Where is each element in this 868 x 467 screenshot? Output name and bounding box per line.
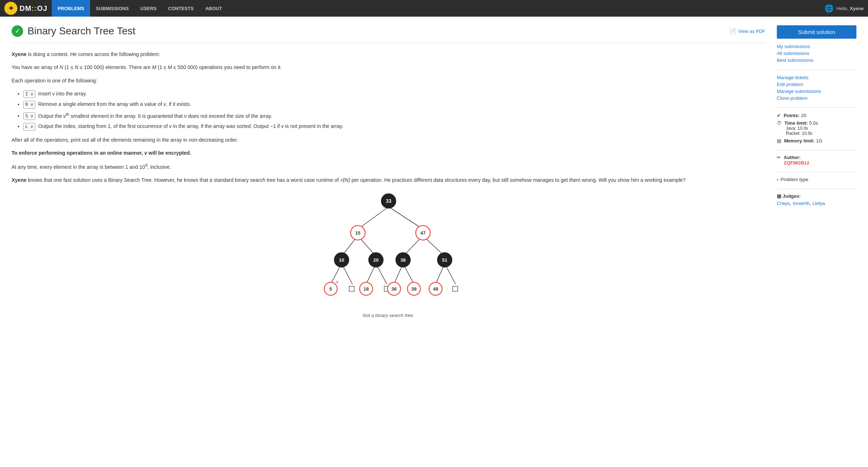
logo-star-icon: ✦ bbox=[4, 2, 17, 15]
sidebar-submission-links: My submissions All submissions Best subm… bbox=[777, 44, 856, 70]
memory-value: 1G bbox=[816, 138, 822, 143]
encrypt-note: To enforce performing operations in an o… bbox=[12, 149, 765, 157]
svg-line-1 bbox=[389, 207, 423, 229]
navbar: ✦ DM::OJ PROBLEMS SUBMISSIONS USERS CONT… bbox=[0, 0, 868, 17]
sidebar-meta-section: ✔ Points: 20 ⏱ Time limit: 5.0s Java: 10… bbox=[777, 113, 856, 150]
smallest-key: S v bbox=[23, 112, 35, 120]
op-index: L v Output the index, starting from 1, o… bbox=[23, 122, 765, 130]
time-label: Time limit: bbox=[784, 120, 808, 126]
problem-type-toggle[interactable]: › Problem type bbox=[777, 177, 856, 182]
memory-label: Memory limit: bbox=[784, 138, 815, 143]
solved-icon: ✓ bbox=[12, 25, 23, 37]
svg-text:39: 39 bbox=[411, 286, 416, 292]
judges-label: Judges: bbox=[783, 193, 801, 199]
problem-text: Xyene is doing a contest. He comes acros… bbox=[12, 50, 765, 184]
my-submissions-link[interactable]: My submissions bbox=[777, 44, 856, 49]
sidebar: Submit solution My submissions All submi… bbox=[777, 25, 856, 324]
intro-text: is doing a contest. He comes across the … bbox=[28, 51, 160, 57]
judges-links: Crwys, Iorwerth, Lletya bbox=[777, 200, 856, 206]
after-ops: After all of the operations, print out a… bbox=[12, 136, 765, 144]
svg-rect-31 bbox=[349, 286, 354, 291]
globe-icon: 🌐 bbox=[825, 4, 834, 13]
svg-text:36: 36 bbox=[391, 286, 396, 292]
range-note: At any time, every element in the array … bbox=[12, 162, 765, 171]
index-key: L v bbox=[23, 123, 35, 130]
nav-about[interactable]: ABOUT bbox=[199, 0, 228, 17]
clone-problem-link[interactable]: Clone problem bbox=[777, 95, 856, 101]
time-meta: ⏱ Time limit: 5.0s Java: 10.0s Racket: 1… bbox=[777, 120, 856, 136]
title-row: ✓ Binary Search Tree Test 📄 View as PDF bbox=[12, 25, 765, 43]
svg-text:15: 15 bbox=[355, 230, 360, 236]
author-label: Author: bbox=[784, 155, 801, 160]
ops-intro: Each operation is one of the following: bbox=[12, 77, 765, 85]
nav-users[interactable]: USERS bbox=[135, 0, 162, 17]
author-section: ✏ Author: ZQFMGB12 bbox=[777, 155, 856, 172]
svg-line-0 bbox=[358, 207, 389, 229]
points-meta: ✔ Points: 20 bbox=[777, 113, 856, 118]
best-submissions-link[interactable]: Best submissions bbox=[777, 57, 856, 63]
nav-problems[interactable]: PROBLEMS bbox=[52, 0, 90, 17]
time-limit-row: Time limit: 5.0s bbox=[784, 120, 818, 126]
svg-text:38: 38 bbox=[400, 257, 405, 263]
author-meta: ✏ Author: ZQFMGB12 bbox=[777, 155, 856, 166]
op-insert: I v Insert v into the array. bbox=[23, 90, 765, 98]
submit-solution-button[interactable]: Submit solution bbox=[777, 25, 856, 39]
chevron-right-icon: › bbox=[777, 177, 778, 182]
remove-key: R v bbox=[23, 101, 35, 108]
svg-text:20: 20 bbox=[373, 257, 378, 263]
memory-meta: ▤ Memory limit: 1G bbox=[777, 138, 856, 143]
author-name[interactable]: ZQFMGB12 bbox=[784, 160, 809, 166]
list-icon: ▤ bbox=[777, 193, 781, 199]
time-value: 5.0s bbox=[809, 120, 818, 126]
logo-text: DM::OJ bbox=[20, 4, 47, 13]
user-greeting: Hello, Xyene bbox=[837, 6, 864, 11]
logo[interactable]: ✦ DM::OJ bbox=[4, 2, 47, 15]
conclusion: Xyene knows that one fast solution uses … bbox=[12, 176, 765, 184]
svg-text:10: 10 bbox=[339, 257, 344, 263]
edit-problem-link[interactable]: Edit problem bbox=[777, 82, 856, 87]
ops-list: I v Insert v into the array. R v Remove … bbox=[23, 90, 765, 130]
svg-rect-41 bbox=[453, 286, 458, 291]
problem-type-section: › Problem type bbox=[777, 177, 856, 189]
manage-submissions-link[interactable]: Manage submissions bbox=[777, 89, 856, 94]
nav-contests[interactable]: CONTESTS bbox=[162, 0, 200, 17]
page-title: Binary Search Tree Test bbox=[27, 25, 135, 37]
checkmark-icon: ✔ bbox=[777, 113, 781, 118]
svg-text:51: 51 bbox=[442, 257, 447, 263]
main-layout: ✓ Binary Search Tree Test 📄 View as PDF … bbox=[0, 17, 868, 333]
time-java: Java: 10.0s bbox=[786, 126, 818, 131]
all-submissions-link[interactable]: All submissions bbox=[777, 51, 856, 56]
time-racket: Racket: 10.0s bbox=[786, 131, 818, 136]
clock-icon: ⏱ bbox=[777, 120, 782, 126]
memory-icon: ▤ bbox=[777, 138, 781, 143]
tree-diagram: 33 15 47 10 20 38 51 5 x bbox=[12, 193, 765, 310]
pdf-link[interactable]: 📄 View as PDF bbox=[729, 28, 765, 35]
judges-section: ▤ Judges: Crwys, Iorwerth, Lletya bbox=[777, 193, 856, 210]
tree-svg: 33 15 47 10 20 38 51 5 x bbox=[295, 193, 483, 309]
svg-text:18: 18 bbox=[363, 286, 368, 292]
svg-text:x: x bbox=[336, 279, 339, 284]
svg-text:33: 33 bbox=[386, 198, 391, 204]
problem-content: ✓ Binary Search Tree Test 📄 View as PDF … bbox=[12, 25, 765, 324]
nav-items: PROBLEMS SUBMISSIONS USERS CONTESTS ABOU… bbox=[52, 0, 228, 17]
problem-type-label: Problem type bbox=[780, 177, 808, 182]
svg-text:5: 5 bbox=[329, 286, 332, 292]
time-info: Time limit: 5.0s Java: 10.0s Racket: 10.… bbox=[784, 120, 818, 136]
author-name-inline: Xyene bbox=[12, 51, 26, 57]
op-remove: R v Remove a single element from the arr… bbox=[23, 100, 765, 108]
svg-text:49: 49 bbox=[433, 286, 438, 292]
array-desc: You have an array of N (1 ≤ N ≤ 100 000)… bbox=[12, 63, 765, 71]
judge-lletya[interactable]: Lletya bbox=[813, 201, 825, 206]
pdf-icon: 📄 bbox=[729, 28, 736, 35]
nav-submissions[interactable]: SUBMISSIONS bbox=[90, 0, 135, 17]
judge-crwys[interactable]: Crwys bbox=[777, 201, 790, 206]
pdf-link-text: View as PDF bbox=[738, 29, 765, 34]
judge-iorwerth[interactable]: Iorwerth bbox=[793, 201, 810, 206]
manage-tickets-link[interactable]: Manage tickets bbox=[777, 75, 856, 80]
edit-icon: ✏ bbox=[777, 155, 781, 160]
insert-key: I v bbox=[23, 90, 35, 98]
intro-para: Xyene is doing a contest. He comes acros… bbox=[12, 50, 765, 58]
sidebar-manage-links: Manage tickets Edit problem Manage submi… bbox=[777, 75, 856, 108]
tree-caption: Not a binary search tree. bbox=[12, 313, 765, 318]
points-label: Points: bbox=[784, 113, 800, 118]
